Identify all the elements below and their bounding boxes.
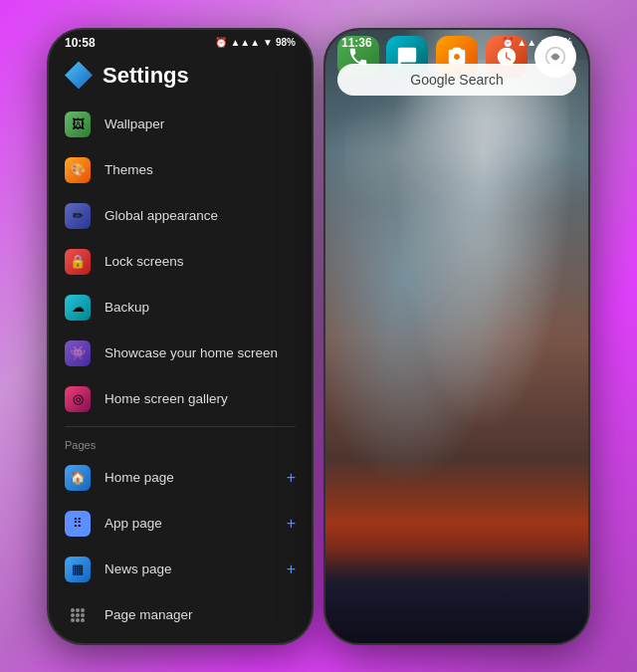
right-status-bar: 11:36 ⏰ ▲▲ ▼ 94%	[325, 30, 588, 54]
left-status-icons: ⏰ ▲▲▲ ▼ 98%	[215, 37, 296, 48]
menu-item-gallery[interactable]: ◎ Home screen gallery	[49, 376, 312, 422]
wifi-icon: ▼	[263, 37, 273, 48]
themes-icon: 🎨	[65, 157, 91, 183]
menu-divider	[65, 426, 296, 427]
page-item-app[interactable]: ⠿ App page +	[49, 501, 312, 547]
svg-point-4	[71, 618, 75, 622]
alarm-icon: ⏰	[215, 37, 227, 48]
menu-item-wallpaper[interactable]: 🖼 Wallpaper	[49, 102, 312, 147]
lock-screens-icon: 🔒	[65, 249, 91, 275]
right-phone: 11:36 ⏰ ▲▲ ▼ 94% Google Search	[323, 28, 590, 645]
page-item-gestures[interactable]: Gestures and hot keys	[49, 638, 312, 645]
menu-item-showcase[interactable]: 👾 Showcase your home screen	[49, 331, 312, 376]
home-page-icon: 🏠	[65, 465, 91, 491]
right-wifi-icon: ▼	[539, 37, 549, 48]
right-time: 11:36	[341, 36, 372, 50]
signal-icon: ▲▲▲	[230, 37, 260, 48]
right-signal-icon: ▲▲	[517, 37, 536, 48]
settings-header: Settings	[49, 54, 312, 102]
wallpaper-icon: 🖼	[65, 112, 91, 137]
app-page-icon: ⠿	[65, 511, 91, 537]
svg-point-2	[71, 613, 75, 617]
gallery-label: Home screen gallery	[105, 391, 228, 406]
themes-label: Themes	[105, 162, 153, 177]
page-item-manager[interactable]: Page manager	[49, 592, 312, 638]
backup-icon: ☁	[65, 295, 91, 321]
wallpaper-label: Wallpaper	[105, 116, 164, 131]
news-page-label: News page	[105, 561, 172, 576]
news-page-add-icon[interactable]: +	[287, 560, 296, 578]
settings-title: Settings	[103, 63, 189, 89]
svg-point-6	[81, 608, 85, 612]
right-alarm-icon: ⏰	[502, 37, 514, 48]
lock-screens-label: Lock screens	[105, 254, 184, 269]
menu-item-global-appearance[interactable]: ✏ Global appearance	[49, 193, 312, 239]
left-status-bar: 10:58 ⏰ ▲▲▲ ▼ 98%	[49, 30, 312, 54]
home-screen: 11:36 ⏰ ▲▲ ▼ 94% Google Search	[325, 30, 588, 96]
showcase-label: Showcase your home screen	[105, 345, 278, 360]
page-item-news[interactable]: ▦ News page +	[49, 547, 312, 592]
svg-point-0	[71, 608, 75, 612]
showcase-icon: 👾	[65, 340, 91, 366]
gallery-icon: ◎	[65, 386, 91, 412]
svg-point-8	[81, 618, 85, 622]
menu-item-lock-screens[interactable]: 🔒 Lock screens	[49, 239, 312, 285]
app-page-label: App page	[105, 516, 162, 531]
svg-point-3	[76, 613, 80, 617]
right-battery-icon: 94%	[552, 37, 572, 48]
svg-point-5	[76, 618, 80, 622]
home-page-add-icon[interactable]: +	[287, 469, 296, 487]
app-page-add-icon[interactable]: +	[287, 515, 296, 533]
google-search-label: Google Search	[410, 72, 503, 88]
menu-item-backup[interactable]: ☁ Backup	[49, 285, 312, 331]
left-time: 10:58	[65, 36, 96, 50]
left-phone: 10:58 ⏰ ▲▲▲ ▼ 98% Settings 🖼 Wallpaper 🎨…	[47, 28, 314, 645]
page-manager-icon	[65, 602, 91, 628]
backup-label: Backup	[105, 300, 149, 315]
menu-item-themes[interactable]: 🎨 Themes	[49, 147, 312, 193]
svg-point-1	[76, 608, 80, 612]
svg-point-7	[81, 613, 85, 617]
right-status-icons: ⏰ ▲▲ ▼ 94%	[502, 37, 572, 48]
settings-diamond-icon	[65, 62, 93, 90]
page-item-home[interactable]: 🏠 Home page +	[49, 455, 312, 501]
pages-section-header: Pages	[49, 431, 312, 455]
news-page-icon: ▦	[65, 557, 91, 582]
global-appearance-label: Global appearance	[105, 208, 218, 223]
google-search-bar[interactable]: Google Search	[337, 64, 576, 96]
page-manager-label: Page manager	[105, 607, 193, 622]
wallpaper-city	[325, 524, 588, 643]
home-page-label: Home page	[105, 470, 174, 485]
battery-icon: 98%	[276, 37, 296, 48]
global-appearance-icon: ✏	[65, 203, 91, 229]
